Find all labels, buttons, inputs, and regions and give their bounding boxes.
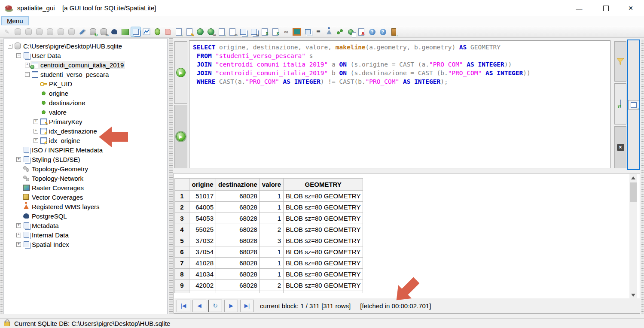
tree-item-topology-geometry[interactable]: Topology-Geometry — [3, 164, 168, 173]
refresh-block-button[interactable]: ↻ — [208, 300, 222, 312]
tree-item-postgresql[interactable]: PostgreSQL — [3, 211, 168, 221]
prev-block-button[interactable]: ◀ — [192, 300, 206, 312]
scroll-up-icon[interactable] — [631, 176, 635, 179]
exit-icon[interactable]: → — [389, 27, 398, 36]
tree-item-internal-data[interactable]: +Internal Data — [3, 230, 168, 240]
expand-icon[interactable]: + — [16, 223, 21, 228]
wms-catalog-icon[interactable] — [324, 27, 334, 36]
cancel-icon[interactable]: × — [617, 144, 624, 151]
table-row[interactable]: 354053680281BLOB sz=80 GEOMETRY — [175, 213, 363, 224]
tree-item-iso-inspire-metadata[interactable]: ISO / INSPIRE Metadata — [3, 145, 168, 155]
expand-icon[interactable]: + — [25, 63, 30, 67]
minimize-button[interactable]: — — [567, 0, 592, 16]
expand-icon[interactable]: + — [16, 233, 21, 237]
splitter-gripper-middle[interactable] — [169, 38, 173, 314]
vertical-scrollbar[interactable] — [629, 174, 637, 299]
tree-item-pk-uid[interactable]: PK_UID — [3, 79, 168, 88]
column-header-destinazione[interactable]: destinazione — [216, 179, 260, 191]
vacuum-db-icon[interactable]: ↻ — [88, 27, 98, 36]
refresh-document-icon[interactable]: ⇄ — [620, 100, 621, 108]
image-gallery-icon[interactable] — [292, 27, 302, 36]
table-row[interactable]: 841034680281BLOB sz=80 GEOMETRY — [175, 269, 363, 280]
readonly-db-icon[interactable]: ∞ — [99, 27, 108, 36]
expand-icon[interactable]: + — [34, 119, 38, 124]
help-icon[interactable]: ? — [378, 27, 388, 36]
expand-icon[interactable]: + — [34, 129, 38, 134]
tree-item-idx-origine[interactable]: +⚡idx_origine — [3, 136, 168, 145]
query-composer-icon[interactable]: ✎ — [185, 27, 194, 36]
tree-item-raster-coverages[interactable]: Raster Coverages — [3, 183, 168, 192]
scroll-down-icon[interactable] — [631, 294, 635, 297]
tree-item-styling-sld-se[interactable]: +Styling (SLD/SE) — [3, 155, 168, 164]
tree-item-origine[interactable]: origine — [3, 88, 168, 98]
table-row[interactable]: 264005680281BLOB sz=80 GEOMETRY — [175, 202, 363, 213]
menu-item-menu[interactable]: Menu — [1, 16, 29, 25]
import-txt-icon[interactable]: → — [217, 27, 226, 36]
tree-item-registered-wms-layers[interactable]: Registered WMS layers — [3, 202, 168, 211]
expand-icon[interactable]: + — [34, 138, 38, 143]
sanity-check-icon[interactable] — [163, 27, 173, 36]
table-row[interactable]: 637054680281BLOB sz=80 GEOMETRY — [175, 246, 363, 258]
tree-item-topology-network[interactable]: Topology-Network — [3, 173, 168, 183]
splitter-gripper-left[interactable] — [0, 39, 3, 314]
tree-item-user-data[interactable]: −User Data — [3, 51, 168, 60]
tree-item-metadata[interactable]: +Metadata — [3, 221, 168, 230]
tree-item-centroidi-comuni-italia-2019[interactable]: +centroidi_comuni_italia_2019 — [3, 60, 168, 70]
column-header-geometry[interactable]: GEOMETRY — [284, 179, 363, 191]
tree-item-valore[interactable]: valore — [3, 107, 168, 117]
connect-plug-icon[interactable] — [77, 27, 87, 36]
collapse-icon[interactable]: − — [16, 53, 21, 58]
import-multifile-icon[interactable]: → — [238, 27, 248, 36]
sql-query-pane-icon[interactable] — [131, 27, 140, 36]
dbf-link-icon[interactable]: ∞ — [281, 27, 291, 36]
export-txt-icon[interactable]: ∞ — [228, 27, 237, 36]
last-block-button[interactable]: ▶| — [240, 300, 254, 312]
close-button[interactable]: × — [618, 0, 643, 16]
table-row[interactable]: 455025680282BLOB sz=80 GEOMETRY — [175, 224, 363, 235]
table-row[interactable]: 537032680283BLOB sz=80 GEOMETRY — [175, 235, 363, 246]
detach-panel-button[interactable]: → — [628, 100, 639, 109]
expand-icon[interactable]: + — [16, 242, 21, 247]
statistics-icon[interactable] — [142, 27, 151, 36]
tree-item-primarykey[interactable]: +✎PrimaryKey — [3, 117, 168, 126]
next-block-button[interactable]: ▶ — [224, 300, 238, 312]
filter-funnel-icon[interactable] — [616, 58, 625, 65]
sql-editor[interactable]: SELECT origine, destinazione, valore, ma… — [189, 40, 610, 168]
execute-into-map-button[interactable]: ▶ — [176, 132, 186, 141]
table-row[interactable]: 741028680281BLOB sz=80 GEOMETRY — [175, 258, 363, 269]
text-rows-icon[interactable]: ≡ — [314, 27, 323, 36]
geo-document-icon[interactable] — [346, 27, 355, 36]
table-row[interactable]: 1042007680281BLOB sz=80 GEOMETRY — [175, 291, 363, 293]
splitter-gripper-right[interactable] — [641, 39, 644, 314]
results-grid[interactable]: originedestinazionevaloreGEOMETRY1510176… — [174, 178, 363, 293]
first-block-button[interactable]: |◀ — [177, 300, 190, 312]
tree-item-spatial-index[interactable]: +Spatial Index — [3, 240, 168, 249]
table-row[interactable]: 942002680282BLOB sz=80 GEOMETRY — [175, 280, 363, 291]
export-excel-icon[interactable]: X — [260, 27, 269, 36]
wkb-globe-icon[interactable]: ∞ — [206, 27, 216, 36]
column-header-origine[interactable]: origine — [189, 179, 216, 191]
tree-item-c-users-pigre-desktop-hub-sqlite[interactable]: −C:\Users\pigre\Desktop\HUB.sqlite — [3, 41, 168, 51]
table-row[interactable]: 151017680281BLOB sz=80 GEOMETRY — [175, 191, 363, 202]
map-frames-icon[interactable] — [303, 27, 312, 36]
network-node-icon[interactable] — [335, 27, 345, 36]
tree-item-vector-coverages[interactable]: Vector Coverages — [3, 192, 168, 202]
map-panel-icon[interactable] — [120, 27, 130, 36]
execute-sql-script-icon[interactable]: → — [174, 27, 183, 36]
debug-icon[interactable] — [153, 27, 162, 36]
column-header-valore[interactable]: valore — [259, 179, 283, 191]
collapse-icon[interactable]: − — [8, 44, 12, 49]
tree-item-studenti-verso-pescara[interactable]: −studenti_verso_pescara — [3, 70, 168, 79]
export-multifile-icon[interactable]: ∞ — [249, 27, 259, 36]
about-icon[interactable]: ? — [367, 27, 377, 36]
charset-icon[interactable]: A — [357, 27, 366, 36]
tree-item-idx-destinazione[interactable]: +⚡idx_destinazione — [3, 126, 168, 136]
expand-icon[interactable]: + — [16, 157, 21, 162]
postgresql-icon[interactable] — [110, 27, 119, 36]
wkt-globe-icon[interactable] — [195, 27, 205, 36]
maximize-button[interactable] — [593, 0, 618, 16]
tree-item-destinazione[interactable]: destinazione — [3, 98, 168, 107]
collapse-icon[interactable]: − — [25, 72, 30, 77]
execute-query-button[interactable]: ▶ — [176, 68, 186, 77]
import-excel-icon[interactable]: X — [271, 27, 280, 36]
